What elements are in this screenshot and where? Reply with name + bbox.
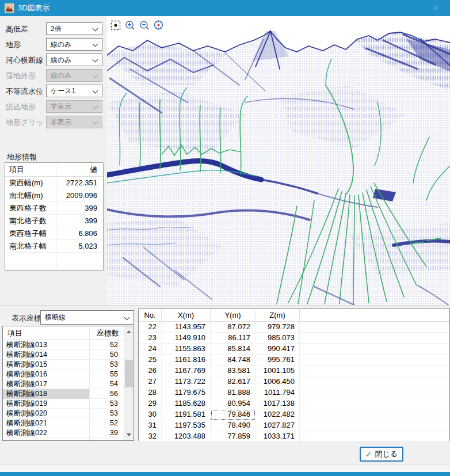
cell-x: 1143.957 [162, 322, 211, 333]
header-z: Z(m) [255, 309, 300, 322]
combo-value: 非表示 [51, 102, 71, 112]
scrollbar[interactable] [124, 326, 134, 440]
cell-z: 1022.482 [255, 409, 300, 420]
cell-no: 25 [139, 355, 162, 365]
coord-count: 56 [89, 390, 125, 398]
control-row: 窪地外形 線のみ [0, 68, 107, 84]
info-value: 399 [56, 204, 102, 212]
cell-y[interactable]: 79.846 [211, 409, 255, 420]
cell-y[interactable]: 82.617 [211, 376, 255, 387]
cross-list-row[interactable]: 横断測線022 39 [3, 428, 134, 438]
cross-list-row[interactable]: 横断測線021 52 [3, 418, 134, 428]
close-icon[interactable]: ✕ [433, 4, 438, 12]
zoom-in-button[interactable] [123, 18, 136, 32]
view-toolbar [109, 18, 165, 32]
zoom-out-button[interactable] [138, 18, 151, 32]
coord-row[interactable]: 27 1173.722 82.617 1006.450 [139, 376, 449, 387]
terrain-info-title: 地形情報 [7, 152, 37, 162]
cross-list-row[interactable]: 横断測線015 53 [3, 360, 134, 370]
cell-y[interactable]: 80.954 [211, 398, 255, 409]
cross-list-row[interactable]: 横断測線019 53 [3, 399, 134, 409]
cell-y[interactable]: 86.117 [211, 333, 255, 344]
scrollbar-thumb[interactable] [125, 360, 133, 387]
marquee-zoom-button[interactable] [109, 18, 122, 32]
header-no: No. [139, 309, 162, 322]
chevron-down-icon [93, 119, 98, 125]
cell-x: 1155.863 [162, 344, 211, 355]
combo-value: 非表示 [51, 117, 71, 127]
cell-y[interactable]: 83.581 [211, 365, 255, 376]
header-x: X(m) [162, 309, 211, 322]
footer-strip [0, 464, 450, 472]
combo-select[interactable]: 2倍 [46, 22, 102, 35]
section-name: 横断測線018 [3, 389, 89, 399]
cell-y[interactable]: 87.072 [211, 322, 255, 333]
combo-select[interactable]: 非表示 [46, 100, 102, 113]
combo-value: 線のみ [51, 40, 72, 49]
cross-section-list: 項目 座標数 横断測線013 52 横断測線014 50 横断測線015 53 … [2, 326, 134, 441]
combo-select[interactable]: 非表示 [46, 116, 102, 128]
coord-count: 54 [89, 380, 125, 388]
combo-select[interactable]: 線のみ [46, 38, 102, 51]
coord-row[interactable]: 24 1155.863 85.814 990.417 [139, 344, 449, 355]
control-row: 高低差 2倍 [0, 22, 107, 37]
coord-row[interactable]: 25 1161.816 84.748 995.761 [139, 355, 449, 365]
cell-x: 1203.488 [162, 431, 211, 442]
cross-list-row[interactable]: 横断測線014 50 [3, 350, 134, 360]
cell-y[interactable]: 84.748 [211, 355, 255, 365]
info-value: 5.023 [56, 242, 102, 250]
cell-no: 32 [139, 431, 162, 442]
combo-select[interactable]: 線のみ [46, 54, 102, 66]
cross-list-header: 項目 座標数 [3, 326, 134, 340]
check-icon: ✓ [365, 450, 372, 459]
cross-list-row[interactable]: 横断測線020 53 [3, 409, 134, 418]
column-separator [56, 163, 56, 270]
coord-row[interactable]: 28 1179.675 81.888 1011.794 [139, 387, 449, 398]
cross-list-row[interactable]: 横断測線013 52 [3, 340, 134, 350]
zoom-in-icon [124, 20, 136, 31]
terrain-info-header: 項目 値 [5, 163, 103, 177]
info-item: 東西格子数 [5, 203, 56, 214]
coord-row[interactable]: 26 1167.769 83.581 1001.105 [139, 365, 449, 376]
close-button[interactable]: ✓ 閉じる [360, 447, 403, 462]
info-item: 南北幅(m) [5, 191, 56, 201]
control-label: 高低差 [6, 24, 28, 35]
coord-row[interactable]: 30 1191.581 79.846 1022.482 [139, 409, 449, 420]
marquee-zoom-icon [110, 20, 121, 31]
terrain-wireframe [107, 16, 450, 305]
combo-select[interactable]: 線のみ [46, 69, 102, 82]
coord-row[interactable]: 32 1203.488 77.859 1033.171 [139, 431, 449, 441]
title-bar[interactable]: 3D図表示 ✕ [0, 0, 450, 16]
empty-row [5, 265, 103, 278]
cell-y[interactable]: 77.859 [211, 431, 255, 442]
cell-z: 1033.171 [255, 431, 300, 442]
display-coords-select[interactable]: 横断線 [40, 310, 134, 325]
header-y: Y(m) [211, 309, 255, 322]
cell-x: 1167.769 [162, 365, 211, 376]
rotate-center-button[interactable] [152, 18, 165, 32]
cross-list-row[interactable]: 横断測線017 54 [3, 379, 134, 389]
section-name: 横断測線017 [3, 379, 89, 389]
dialog-3d-view: 3D図表示 ✕ 高低差 2倍 地形 線のみ 河心横断線 [0, 0, 450, 476]
cross-list-row[interactable]: 横断測線018 56 [3, 389, 134, 399]
scroll-up-icon[interactable] [127, 330, 131, 333]
cell-y[interactable]: 81.888 [211, 387, 255, 398]
terrain-3d-view[interactable] [107, 16, 450, 305]
coord-row[interactable]: 22 1143.957 87.072 979.728 [139, 322, 449, 333]
control-rows: 高低差 2倍 地形 線のみ 河心横断線 線のみ [0, 22, 107, 131]
terrain-info-row: 南北幅(m) 2009.096 [5, 189, 103, 202]
coord-row[interactable]: 29 1185.628 80.954 1017.138 [139, 398, 449, 409]
scroll-down-icon[interactable] [127, 433, 131, 436]
coord-count: 55 [89, 370, 125, 378]
header-value: 値 [56, 165, 102, 175]
cell-y[interactable]: 78.490 [211, 420, 255, 431]
combo-select[interactable]: ケース1 [46, 85, 102, 97]
coord-row[interactable]: 23 1149.910 86.117 985.073 [139, 333, 449, 344]
control-label: 読込地形 [6, 102, 36, 112]
cell-y[interactable]: 85.814 [211, 344, 255, 355]
cross-list-row[interactable]: 横断測線016 55 [3, 370, 134, 379]
cell-x: 1179.675 [162, 387, 211, 398]
cell-x: 1185.628 [162, 398, 211, 409]
coord-row[interactable]: 31 1197.535 78.490 1027.827 [139, 420, 449, 431]
cell-no: 26 [139, 365, 162, 376]
